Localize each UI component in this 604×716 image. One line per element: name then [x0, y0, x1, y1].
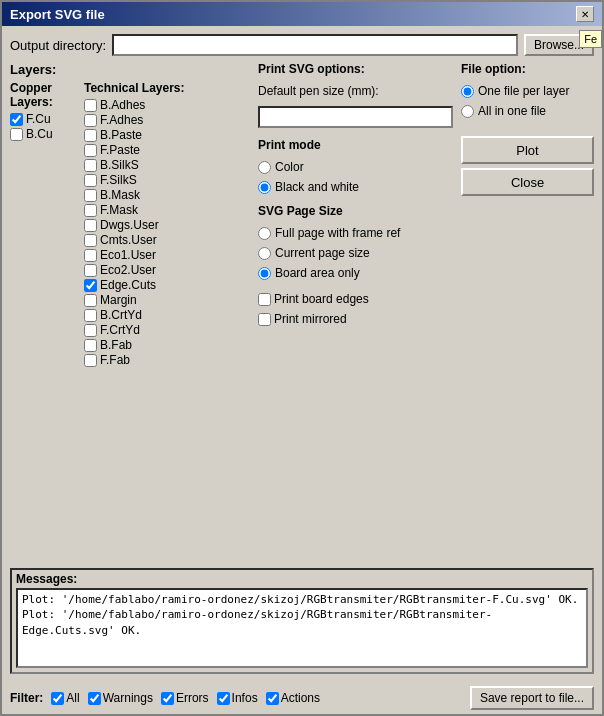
layer-bcrtyd-cb[interactable]: [84, 309, 97, 322]
layer-fcu: F.Cu: [10, 112, 80, 126]
layer-bcrtyd: B.CrtYd: [84, 308, 250, 322]
layer-margin-cb[interactable]: [84, 294, 97, 307]
filter-label: Filter:: [10, 691, 43, 705]
print-mirrored-label: Print mirrored: [274, 312, 347, 326]
print-mirrored-cb[interactable]: [258, 313, 271, 326]
layer-eco2: Eco2.User: [84, 263, 250, 277]
layer-ffab-cb[interactable]: [84, 354, 97, 367]
layers-row: Copper Layers: F.Cu B.Cu Technical Layer…: [10, 81, 250, 367]
messages-content[interactable]: Plot: '/home/fablabo/ramiro-ordonez/skiz…: [16, 588, 588, 668]
layer-badhes: B.Adhes: [84, 98, 250, 112]
svg-fullpage-radio[interactable]: [258, 227, 271, 240]
layer-bcu: B.Cu: [10, 127, 80, 141]
copper-layers-col: Copper Layers: F.Cu B.Cu: [10, 81, 80, 367]
main-content: Output directory: Browse... Layers: Copp…: [2, 26, 602, 682]
left-panel: Layers: Copper Layers: F.Cu B.Cu: [10, 62, 250, 558]
print-board-edges-cb[interactable]: [258, 293, 271, 306]
layer-fmask: F.Mask: [84, 203, 250, 217]
layer-fadhes: F.Adhes: [84, 113, 250, 127]
layer-bsilks-cb[interactable]: [84, 159, 97, 172]
layer-fsilks-cb[interactable]: [84, 174, 97, 187]
layer-eco1-cb[interactable]: [84, 249, 97, 262]
filter-all-cb[interactable]: [51, 692, 64, 705]
print-mode-bw-label: Black and white: [275, 180, 359, 194]
print-mode-bw-radio[interactable]: [258, 181, 271, 194]
svg-currentpage-radio[interactable]: [258, 247, 271, 260]
close-button[interactable]: ✕: [576, 6, 594, 22]
layer-dwgs-cb[interactable]: [84, 219, 97, 232]
print-mode-color: Color: [258, 160, 453, 174]
message-line-1: Plot: '/home/fablabo/ramiro-ordonez/skiz…: [22, 592, 582, 607]
layer-fmask-cb[interactable]: [84, 204, 97, 217]
filter-infos-label: Infos: [232, 691, 258, 705]
layer-bfab-cb[interactable]: [84, 339, 97, 352]
layer-badhes-cb[interactable]: [84, 99, 97, 112]
filter-infos-cb[interactable]: [217, 692, 230, 705]
filter-errors: Errors: [161, 691, 209, 705]
file-one-per-layer-radio[interactable]: [461, 85, 474, 98]
print-mode-color-label: Color: [275, 160, 304, 174]
layer-edgecuts-cb[interactable]: [84, 279, 97, 292]
filter-warnings-cb[interactable]: [88, 692, 101, 705]
filter-warnings: Warnings: [88, 691, 153, 705]
plot-button[interactable]: Plot: [461, 136, 594, 164]
layer-cmts-cb[interactable]: [84, 234, 97, 247]
tooltip-box: Fe: [579, 30, 602, 48]
layer-ffab: F.Fab: [84, 353, 250, 367]
layer-fcrtyd: F.CrtYd: [84, 323, 250, 337]
layer-fpaste-cb[interactable]: [84, 144, 97, 157]
layer-margin: Margin: [84, 293, 250, 307]
layer-bpaste-cb[interactable]: [84, 129, 97, 142]
filter-warnings-label: Warnings: [103, 691, 153, 705]
file-options-label: File option:: [461, 62, 594, 76]
print-mode-label: Print mode: [258, 138, 453, 152]
dialog-title: Export SVG file: [10, 7, 105, 22]
filter-infos: Infos: [217, 691, 258, 705]
copper-header: Copper Layers:: [10, 81, 80, 109]
output-dir-input[interactable]: [112, 34, 518, 56]
layer-eco2-cb[interactable]: [84, 264, 97, 277]
title-bar-buttons: ✕: [576, 6, 594, 22]
pen-size-input[interactable]: 0,2: [258, 106, 453, 128]
right-panel: File option: One file per layer All in o…: [461, 62, 594, 558]
close-dialog-button[interactable]: Close: [461, 168, 594, 196]
print-board-edges-label: Print board edges: [274, 292, 369, 306]
dialog-export-svg: Export SVG file ✕ Fe Output directory: B…: [0, 0, 604, 716]
filter-actions-cb[interactable]: [266, 692, 279, 705]
layer-fcrtyd-cb[interactable]: [84, 324, 97, 337]
svg-fullpage-label: Full page with frame ref: [275, 226, 400, 240]
save-report-button[interactable]: Save report to file...: [470, 686, 594, 710]
file-all-in-one-radio[interactable]: [461, 105, 474, 118]
layer-fcu-checkbox[interactable]: [10, 113, 23, 126]
layer-bcu-checkbox[interactable]: [10, 128, 23, 141]
layer-bmask: B.Mask: [84, 188, 250, 202]
messages-section: Messages: Plot: '/home/fablabo/ramiro-or…: [10, 568, 594, 674]
title-bar: Export SVG file ✕: [2, 2, 602, 26]
messages-text: Plot: '/home/fablabo/ramiro-ordonez/skiz…: [22, 592, 582, 638]
layer-bcu-label: B.Cu: [26, 127, 53, 141]
layer-bfab: B.Fab: [84, 338, 250, 352]
print-mirrored: Print mirrored: [258, 312, 453, 326]
layer-fsilks: F.SilkS: [84, 173, 250, 187]
layer-fpaste: F.Paste: [84, 143, 250, 157]
print-mode-bw: Black and white: [258, 180, 453, 194]
technical-layers-col: Technical Layers: B.Adhes F.Adhes B.Past…: [84, 81, 250, 367]
layer-bsilks: B.SilkS: [84, 158, 250, 172]
message-line-2: Plot: '/home/fablabo/ramiro-ordonez/skiz…: [22, 607, 582, 638]
filter-row: Filter: All Warnings Errors Infos Action…: [2, 682, 602, 714]
layer-bpaste: B.Paste: [84, 128, 250, 142]
main-panels: Layers: Copper Layers: F.Cu B.Cu: [10, 62, 594, 558]
svg-boardonly-radio[interactable]: [258, 267, 271, 280]
file-all-in-one-label: All in one file: [478, 104, 546, 118]
print-mode-color-radio[interactable]: [258, 161, 271, 174]
layer-cmts: Cmts.User: [84, 233, 250, 247]
print-svg-label: Print SVG options:: [258, 62, 453, 76]
filter-errors-cb[interactable]: [161, 692, 174, 705]
layer-bmask-cb[interactable]: [84, 189, 97, 202]
output-dir-label: Output directory:: [10, 38, 106, 53]
filter-all-label: All: [66, 691, 79, 705]
svg-currentpage: Current page size: [258, 246, 453, 260]
filter-actions-label: Actions: [281, 691, 320, 705]
layer-eco1: Eco1.User: [84, 248, 250, 262]
layer-fadhes-cb[interactable]: [84, 114, 97, 127]
